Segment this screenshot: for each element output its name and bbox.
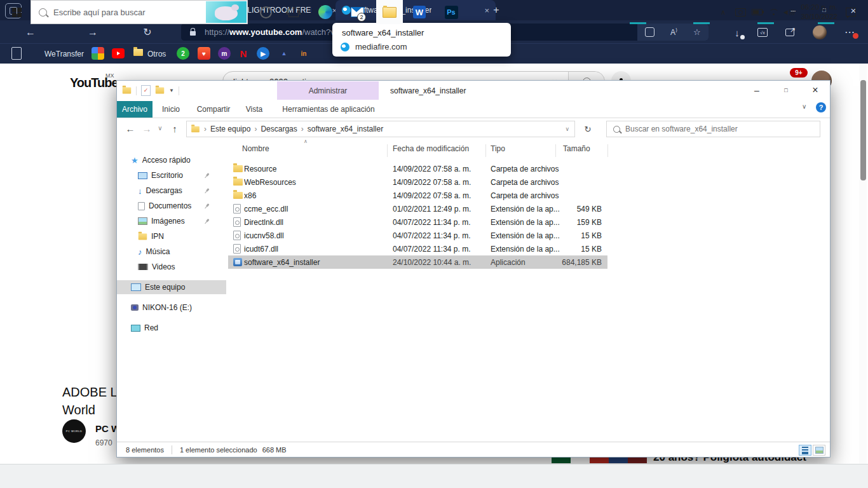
task-view-button[interactable]: [281, 0, 306, 24]
bookmark-colorful-icon[interactable]: [92, 47, 104, 60]
taskbar-edge-icon[interactable]: [313, 0, 338, 24]
qat-properties-icon[interactable]: ✓: [141, 85, 151, 96]
breadcrumb-chevron-icon[interactable]: [204, 125, 207, 133]
sidebar-page-icon[interactable]: [11, 47, 22, 60]
explorer-maximize-icon[interactable]: [774, 81, 798, 100]
bookmark-mail-icon[interactable]: ♥: [198, 47, 210, 60]
ribbon-tab-compartir[interactable]: Compartir: [192, 101, 235, 118]
breadcrumb-chevron-icon[interactable]: [301, 125, 304, 133]
file-row[interactable]: Directlnk.dll04/07/2022 11:34 p. m.Exten…: [117, 215, 613, 229]
youtube-region-label: MX: [105, 72, 114, 79]
downloads-icon[interactable]: [728, 24, 746, 41]
sidebar-item-nikon-drive[interactable]: NIKON-16 (E:): [117, 301, 226, 315]
explorer-search-input[interactable]: Buscar en software_x64_installer: [606, 121, 820, 137]
contextual-tab-administrar[interactable]: Administrar: [277, 81, 379, 100]
cortana-button[interactable]: [253, 0, 278, 24]
bookmark-triangle-icon[interactable]: ▲: [278, 47, 290, 60]
browser-menu-icon[interactable]: [841, 24, 858, 41]
start-button[interactable]: [3, 0, 31, 24]
explorer-search-placeholder: Buscar en software_x64_installer: [625, 125, 738, 133]
ribbon-collapse-icon[interactable]: [802, 104, 806, 110]
bookmark-play-icon[interactable]: ▶: [257, 47, 269, 60]
file-row[interactable]: WebResources14/09/2022 07:58 a. m.Carpet…: [117, 175, 613, 189]
bookmark-badge-icon[interactable]: 2: [177, 47, 189, 60]
bookmark-folder-otros[interactable]: Otros: [147, 50, 166, 58]
ribbon-tab-inicio[interactable]: Inicio: [156, 101, 186, 118]
bookmark-folder-icon[interactable]: [133, 49, 143, 56]
add-favorite-icon[interactable]: [693, 28, 701, 36]
browser-refresh-icon[interactable]: [139, 24, 156, 41]
status-selected-size: 668 MB: [262, 446, 287, 454]
qat-customize-icon[interactable]: ▼: [169, 88, 174, 93]
column-header-tipo[interactable]: Tipo: [491, 144, 505, 153]
breadcrumb-descargas[interactable]: Descargas: [261, 125, 297, 133]
explorer-up-icon[interactable]: [168, 121, 182, 135]
notifications-badge[interactable]: 9+: [790, 68, 808, 78]
bookmark-linkedin-icon[interactable]: in: [297, 47, 310, 60]
browser-forward-icon[interactable]: [85, 24, 101, 41]
sidebar-item-red[interactable]: Red: [117, 321, 226, 335]
ribbon-tab-vista[interactable]: Vista: [239, 101, 269, 118]
ribbon-tab-herramientas[interactable]: Herramientas de aplicación: [281, 101, 376, 118]
page-scrollbar-thumb[interactable]: [860, 80, 866, 180]
collections-icon[interactable]: [645, 27, 654, 37]
file-row[interactable]: icudt67.dll04/07/2022 11:34 p. m.Extensi…: [117, 242, 613, 255]
mail-badge: 2: [357, 13, 366, 22]
wifi-icon[interactable]: [765, 0, 782, 24]
column-header-fecha[interactable]: Fecha de modificación: [393, 144, 469, 153]
file-row[interactable]: icucnv58.dll04/07/2022 11:34 p. m.Extens…: [117, 229, 613, 242]
file-row-selected[interactable]: software_x64_installer24/10/2022 10:44 a…: [117, 255, 613, 269]
file-row[interactable]: ccme_ecc.dll01/02/2021 12:49 p. m.Extens…: [117, 202, 613, 215]
taskbar-mail-icon[interactable]: 2: [344, 0, 370, 24]
explorer-minimize-icon[interactable]: [745, 81, 769, 100]
file-row[interactable]: Resource14/09/2022 07:58 a. m.Carpeta de…: [117, 162, 613, 175]
file-row[interactable]: x8614/09/2022 07:58 a. m.Carpeta de arch…: [117, 189, 613, 202]
taskbar-explorer-icon[interactable]: [376, 0, 403, 24]
hidden-icons-chevron-icon[interactable]: [715, 0, 731, 24]
help-icon[interactable]: ?: [816, 102, 826, 112]
read-aloud-icon[interactable]: A⟩: [670, 29, 677, 36]
battery-icon[interactable]: [749, 0, 765, 24]
taskbar-photoshop-icon[interactable]: Ps: [438, 0, 464, 24]
sidebar-item-este-equipo[interactable]: Este equipo: [117, 280, 226, 294]
channel-avatar[interactable]: PC WORLD: [62, 419, 86, 443]
dll-file-icon: [233, 217, 241, 227]
cast-device-icon[interactable]: [732, 0, 749, 24]
browser-profile-avatar[interactable]: [811, 24, 829, 41]
column-header-nombre[interactable]: Nombre: [242, 144, 269, 153]
breadcrumb-este-equipo[interactable]: Este equipo: [210, 125, 250, 133]
recent-locations-icon[interactable]: [155, 123, 165, 134]
taskbar-search-input[interactable]: Escribe aquí para buscar: [31, 0, 248, 24]
ribbon-tab-archivo[interactable]: Archivo: [117, 101, 153, 118]
tab-close-icon[interactable]: [484, 6, 489, 15]
explorer-back-icon[interactable]: [123, 121, 137, 135]
bookmark-m-icon[interactable]: m: [218, 47, 231, 60]
breadcrumb-chevron-icon[interactable]: [254, 125, 257, 133]
action-center-icon[interactable]: [840, 0, 862, 24]
explorer-refresh-icon[interactable]: [581, 122, 595, 136]
share-icon[interactable]: ↗: [781, 24, 799, 41]
bookmark-wetransfer[interactable]: WeTransfer: [44, 50, 84, 58]
browser-back-icon[interactable]: [22, 24, 39, 41]
clock[interactable]: 06:20 p. m. 30/10/2022: [798, 0, 837, 24]
column-header-tamano[interactable]: Tamaño: [563, 144, 590, 153]
breadcrumb-folder-icon: [191, 126, 200, 132]
explorer-close-icon[interactable]: [803, 81, 827, 100]
qat-folder-icon[interactable]: [123, 88, 132, 94]
bookmark-youtube-icon[interactable]: [112, 48, 125, 58]
new-tab-icon[interactable]: [489, 4, 503, 17]
taskbar-word-icon[interactable]: W: [407, 0, 432, 24]
file-explorer-window: ✓ ▼ Administrar software_x64_installer A…: [116, 80, 831, 458]
bookmark-netflix-icon[interactable]: N: [237, 47, 250, 60]
address-dropdown-icon[interactable]: [565, 126, 569, 132]
math-solver-icon[interactable]: √x: [754, 24, 771, 41]
breadcrumb-current-folder[interactable]: software_x64_installer: [308, 125, 383, 133]
qat-new-folder-icon[interactable]: [156, 88, 165, 94]
details-view-button[interactable]: [799, 445, 811, 456]
address-breadcrumb[interactable]: Este equipo Descargas software_x64_insta…: [186, 121, 575, 137]
suggestion-query[interactable]: software_x64_installer: [332, 23, 511, 37]
thumbnail-view-button[interactable]: [813, 445, 825, 456]
suggestion-site-row[interactable]: mediafire.com: [332, 37, 511, 51]
explorer-forward-icon[interactable]: [140, 121, 154, 135]
volume-icon[interactable]: ◄))): [780, 0, 797, 24]
